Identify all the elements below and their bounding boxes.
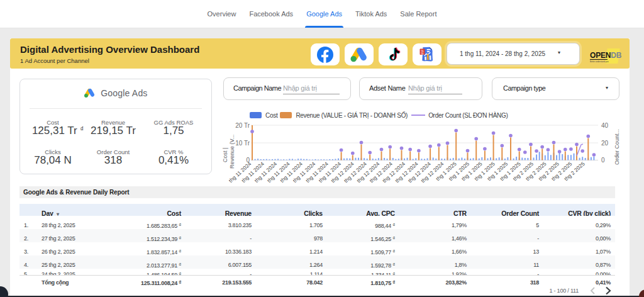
svg-text:Order Count...: Order Count... (614, 129, 620, 165)
svg-text:0: 0 (601, 157, 605, 164)
svg-text:Cost |: Cost | (222, 148, 228, 162)
svg-text:40: 40 (601, 122, 609, 129)
svg-text:Revenue (V...: Revenue (V... (229, 135, 235, 169)
svg-text:%: % (421, 52, 423, 55)
svg-text:20 Tr: 20 Tr (235, 122, 250, 129)
svg-text:20: 20 (601, 140, 609, 147)
svg-text:10 Tr: 10 Tr (235, 140, 250, 147)
